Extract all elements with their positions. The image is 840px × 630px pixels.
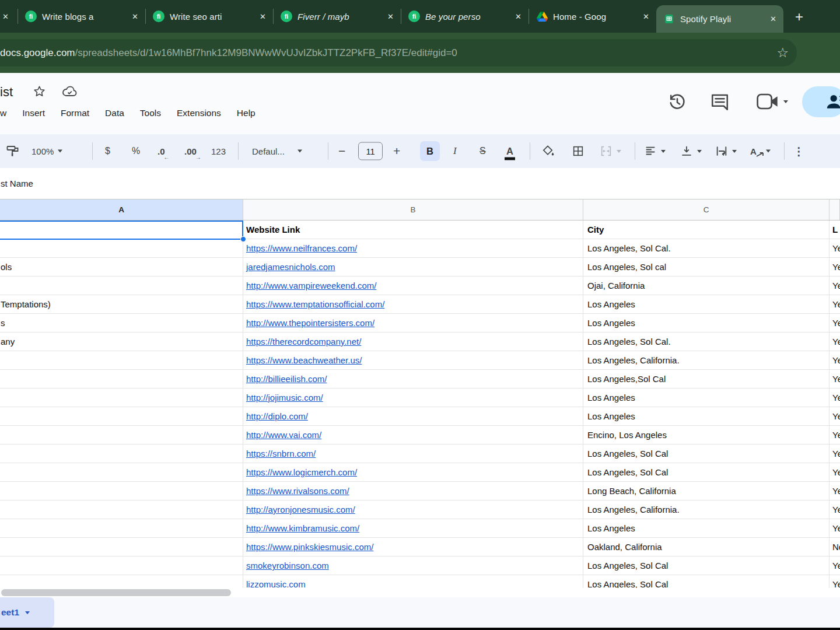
cell-link[interactable]: smokeyrobinson.com	[246, 561, 329, 570]
cell-a[interactable]	[0, 575, 243, 588]
increase-decimal-button[interactable]: .00→	[184, 146, 197, 156]
cell-d[interactable]: L	[830, 220, 840, 239]
cell-link[interactable]: https://www.rivalsons.com/	[246, 486, 349, 496]
cell-link[interactable]: https://www.pinkskiesmusic.com/	[246, 542, 373, 552]
camera-dropdown-caret[interactable]	[783, 100, 788, 103]
menu-item-4[interactable]: Tools	[140, 108, 161, 118]
cell-link[interactable]: http://diplo.com/	[246, 411, 308, 421]
cell-d[interactable]: Yes	[830, 501, 840, 519]
increase-font-size-button[interactable]: +	[393, 144, 400, 158]
menu-item-0[interactable]: w	[0, 108, 6, 118]
cell-d[interactable]: Yes	[830, 556, 840, 575]
cell-link[interactable]: http://www.thepointersisters.com/	[246, 318, 374, 328]
tab-close-icon[interactable]: ✕	[2, 12, 9, 21]
menu-item-5[interactable]: Extensions	[177, 108, 221, 118]
cell-d[interactable]: Yes	[830, 258, 840, 276]
horizontal-align-button[interactable]	[644, 145, 666, 158]
browser-tab[interactable]: fiWrite seo arti✕	[146, 0, 273, 33]
column-header-b[interactable]: B	[243, 200, 583, 220]
cell-link[interactable]: https://www.logicmerch.com/	[246, 467, 357, 477]
cell-a[interactable]	[0, 370, 243, 388]
cell-d[interactable]: Yes	[830, 370, 840, 388]
bookmark-star-icon[interactable]: ☆	[776, 45, 789, 61]
cell-a[interactable]	[0, 463, 243, 482]
cell-d[interactable]: Yes	[830, 314, 840, 332]
cell-b[interactable]: http://diplo.com/	[243, 407, 583, 426]
cell-d[interactable]: Yes	[830, 482, 840, 501]
cell-a[interactable]	[0, 351, 243, 370]
cell-a[interactable]	[0, 444, 243, 463]
cell-a[interactable]	[0, 556, 243, 575]
sheet-tab[interactable]: eet1	[0, 597, 54, 628]
cell-c[interactable]: City	[583, 220, 830, 239]
cell-c[interactable]: Los Angeles, Sol Cal.	[583, 239, 830, 258]
cell-c[interactable]: Los Angeles	[583, 388, 830, 407]
zoom-select[interactable]: 100%	[32, 146, 62, 156]
cell-b[interactable]: https://www.neilfrances.com/	[243, 239, 583, 258]
tab-close-icon[interactable]: ✕	[513, 11, 524, 22]
text-rotation-button[interactable]: A	[750, 146, 771, 156]
bold-button[interactable]: B	[420, 141, 440, 161]
cell-b[interactable]: http://www.thepointersisters.com/	[243, 314, 583, 332]
cell-b[interactable]: http://www.kimbramusic.com/	[243, 519, 583, 538]
merge-dropdown-caret[interactable]	[617, 150, 621, 153]
format-percent-button[interactable]: %	[132, 146, 140, 156]
cell-c[interactable]: Los Angeles, California.	[583, 501, 830, 519]
cell-a[interactable]	[0, 276, 243, 295]
rotation-dropdown-caret[interactable]	[766, 150, 771, 153]
cell-b[interactable]: http://www.vai.com/	[243, 426, 583, 444]
tab-close-icon[interactable]: ✕	[130, 11, 141, 22]
horizontal-scrollbar-thumb[interactable]	[1, 589, 231, 596]
cell-link[interactable]: https://snbrn.com/	[246, 449, 316, 459]
cell-link[interactable]: https://therecordcompany.net/	[246, 337, 361, 346]
cell-c[interactable]: Los Angeles, Sol Cal	[583, 463, 830, 482]
cell-link[interactable]: http://jojimusic.com/	[246, 393, 323, 402]
cell-a[interactable]	[0, 501, 243, 519]
new-tab-button[interactable]: +	[790, 8, 808, 26]
cell-d[interactable]: Yes	[830, 444, 840, 463]
cell-a[interactable]	[0, 220, 243, 239]
cell-c[interactable]: Los Angeles,Sol Cal	[583, 370, 830, 388]
cell-d[interactable]: Yes	[830, 519, 840, 538]
cell-link[interactable]: https://www.temptationsofficial.com/	[246, 299, 384, 309]
cell-link[interactable]: http://billieeilish.com/	[246, 374, 327, 384]
cell-d[interactable]: Yes	[830, 463, 840, 482]
font-size-input[interactable]: 11	[358, 142, 383, 160]
cell-c[interactable]: Los Angeles, Sol Cal	[583, 575, 830, 588]
comments-icon[interactable]	[709, 92, 730, 113]
cell-b[interactable]: https://www.rivalsons.com/	[243, 482, 583, 501]
browser-tab[interactable]: fiWrite blogs a✕	[18, 0, 145, 33]
cell-link[interactable]: http://ayronjonesmusic.com/	[246, 505, 355, 514]
cell-link[interactable]: https://www.neilfrances.com/	[246, 243, 357, 253]
cell-link[interactable]: http://www.vampireweekend.com/	[246, 281, 376, 290]
cell-b[interactable]: http://billieeilish.com/	[243, 370, 583, 388]
merge-cells-button[interactable]	[600, 145, 621, 158]
browser-tab[interactable]: fiFiverr / mayb✕	[274, 0, 401, 33]
cell-b[interactable]: http://jojimusic.com/	[243, 388, 583, 407]
browser-tab[interactable]: Home - Goog✕	[529, 0, 656, 33]
italic-button[interactable]: I	[453, 145, 457, 157]
cell-a[interactable]: Temptations)	[0, 295, 243, 314]
partial-tab[interactable]: ✕	[0, 0, 18, 33]
cell-d[interactable]: Yes	[830, 575, 840, 588]
menu-item-3[interactable]: Data	[105, 108, 124, 118]
cell-b[interactable]: http://ayronjonesmusic.com/	[243, 501, 583, 519]
cell-c[interactable]: Los Angeles	[583, 407, 830, 426]
cell-c[interactable]: Los Angeles	[583, 519, 830, 538]
cell-a[interactable]	[0, 482, 243, 501]
star-document-icon[interactable]	[33, 85, 46, 98]
cell-c[interactable]: Los Angeles	[583, 295, 830, 314]
cell-a[interactable]	[0, 407, 243, 426]
cell-a[interactable]	[0, 426, 243, 444]
cell-d[interactable]: Yes	[830, 426, 840, 444]
cell-d[interactable]: Yes	[830, 388, 840, 407]
vertical-align-button[interactable]	[680, 145, 702, 158]
text-wrap-dropdown-caret[interactable]	[732, 150, 737, 153]
cell-a[interactable]	[0, 239, 243, 258]
vertical-align-dropdown-caret[interactable]	[697, 150, 702, 153]
cell-d[interactable]: Yes	[830, 351, 840, 370]
cell-d[interactable]: Yes	[830, 332, 840, 351]
cell-b[interactable]: lizzomusic.com	[243, 575, 583, 588]
cell-d[interactable]: Yes	[830, 295, 840, 314]
formula-bar[interactable]: st Name	[0, 168, 840, 200]
